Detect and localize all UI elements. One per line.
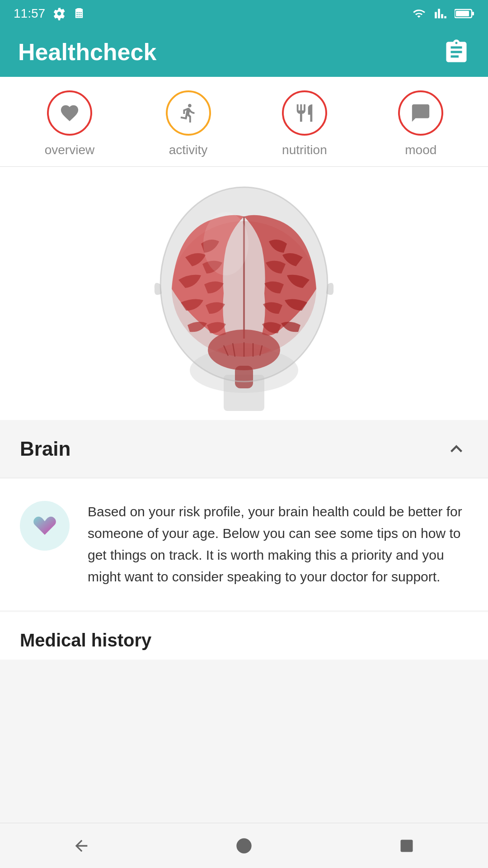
brain-info-body: Based on your risk profile, your brain h… xyxy=(0,478,488,610)
recent-button[interactable] xyxy=(393,832,420,859)
svg-rect-14 xyxy=(235,366,253,388)
clipboard-icon[interactable] xyxy=(443,38,470,66)
tab-overview-circle xyxy=(47,90,92,136)
svg-rect-1 xyxy=(456,11,469,16)
status-bar: 11:57 xyxy=(0,0,488,27)
section-header[interactable]: Brain xyxy=(0,420,488,478)
brain-image-container xyxy=(0,167,488,420)
tab-mood[interactable]: mood xyxy=(398,90,443,157)
brain-illustration xyxy=(127,176,361,411)
app-title: Healthcheck xyxy=(18,38,156,66)
status-right xyxy=(411,7,474,20)
tabs-bar: overview activity nutrition mood xyxy=(0,77,488,167)
app-bar: Healthcheck xyxy=(0,27,488,77)
tab-activity-label: activity xyxy=(169,143,208,157)
home-button[interactable] xyxy=(230,832,258,859)
svg-point-17 xyxy=(236,838,251,853)
battery-icon xyxy=(455,8,474,19)
brain-info-text: Based on your risk profile, your brain h… xyxy=(88,501,468,588)
tab-nutrition[interactable]: nutrition xyxy=(282,90,327,157)
tab-overview-label: overview xyxy=(45,143,94,157)
signal-icon xyxy=(434,7,447,20)
svg-point-16 xyxy=(203,212,249,275)
tab-mood-circle xyxy=(398,90,443,136)
section-title: Brain xyxy=(20,438,70,460)
svg-rect-18 xyxy=(401,840,413,852)
tab-mood-label: mood xyxy=(405,143,436,157)
settings-icon xyxy=(52,7,66,20)
medical-history-section: Medical history xyxy=(0,612,488,660)
chevron-up-icon[interactable] xyxy=(445,437,468,461)
tab-activity-circle xyxy=(166,90,211,136)
tab-activity[interactable]: activity xyxy=(166,90,211,157)
bottom-nav xyxy=(0,823,488,868)
status-left: 11:57 xyxy=(14,6,85,21)
time-display: 11:57 xyxy=(14,6,45,21)
heart-gradient-icon xyxy=(31,512,58,539)
tab-nutrition-circle xyxy=(282,90,327,136)
sim-icon xyxy=(73,7,85,20)
back-button[interactable] xyxy=(68,832,95,859)
medical-history-title: Medical history xyxy=(20,630,151,650)
tab-overview[interactable]: overview xyxy=(45,90,94,157)
health-badge xyxy=(20,501,70,551)
wifi-icon xyxy=(411,7,427,20)
svg-rect-2 xyxy=(472,12,474,15)
tab-nutrition-label: nutrition xyxy=(282,143,327,157)
brain-info-section: Brain Based on your risk profile, your b… xyxy=(0,420,488,678)
